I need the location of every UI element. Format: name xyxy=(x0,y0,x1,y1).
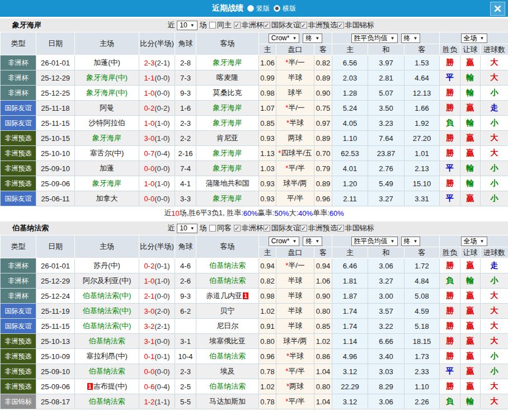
result-wdl-cell: 平 xyxy=(440,364,460,379)
odds-source-select[interactable]: Crow* ▼ xyxy=(269,237,300,246)
col-score: 比分(半场) xyxy=(139,235,175,258)
competition-checkbox[interactable] xyxy=(234,22,241,29)
mean-stage-value: 终 xyxy=(404,34,411,43)
handicap-label: 球半 xyxy=(288,88,303,97)
match-count-select[interactable]: 10 ▼ xyxy=(177,224,197,233)
competition-type-cell: 非洲预选 xyxy=(1,176,36,191)
same-venue-filter[interactable]: 同主 xyxy=(209,20,232,30)
score-cell: 1-2(1-1) xyxy=(139,394,175,409)
col-odds-away: 客 xyxy=(314,247,332,258)
radio-selected-icon[interactable] xyxy=(274,5,280,12)
result-goals-cell: 走 xyxy=(481,258,508,273)
competition-checkbox[interactable] xyxy=(300,22,307,29)
halftime-score: (0-1) xyxy=(154,352,170,361)
result-wdl-cell: 勝 xyxy=(440,176,460,191)
competition-filter[interactable]: 国际友谊 xyxy=(264,20,300,30)
fulltime-score: 0-2 xyxy=(144,104,154,112)
result-goals-cell: 大 xyxy=(481,379,508,394)
competition-checkbox[interactable] xyxy=(337,225,344,232)
scope-select[interactable]: 全场 ▼ xyxy=(461,237,487,246)
odds-home-cell: 0.85 xyxy=(259,116,276,131)
match-date-cell: 25-09-06 xyxy=(36,176,75,191)
layout-vertical-option[interactable]: 竖版 xyxy=(247,4,270,13)
away-team-cell: 伯基纳法索 xyxy=(196,273,259,289)
competition-filter[interactable]: 非洲杯 xyxy=(234,20,264,30)
match-date-cell: 25-11-18 xyxy=(36,101,75,116)
handicap-cell: 半球 xyxy=(276,70,314,86)
team-label: 象牙海岸(中) xyxy=(86,88,128,97)
competition-type-cell: 非国锦标 xyxy=(1,394,36,409)
section-header: 象牙海岸 近 10 ▼ 场 同主 非洲杯国际友谊非洲预选非国锦标 xyxy=(0,18,508,32)
fulltime-score: 2-3 xyxy=(144,59,154,67)
competition-filter[interactable]: 非洲预选 xyxy=(300,223,337,233)
handicap-label: 半球 xyxy=(288,306,303,315)
odds-stage-value: 终 xyxy=(305,237,312,246)
halftime-score: (0-0) xyxy=(154,367,170,376)
result-handicap-cell: 贏 xyxy=(460,146,481,161)
col-handicap: 盘口 xyxy=(276,44,314,55)
radio-unselected-icon[interactable] xyxy=(247,5,254,12)
competition-checkbox[interactable] xyxy=(234,225,241,232)
match-count-value: 10 xyxy=(180,224,187,232)
result-goals-cell: 小 xyxy=(481,116,508,131)
mean-stage-select[interactable]: 终 ▼ xyxy=(401,237,421,246)
match-date-cell: 25-09-10 xyxy=(36,364,75,379)
odds-home-cell: 0.94 xyxy=(259,258,276,273)
chevron-down-icon: ▼ xyxy=(292,36,297,41)
team-label: 喀麦隆 xyxy=(217,73,238,82)
odds-stage-select[interactable]: 终 ▼ xyxy=(303,237,322,246)
match-count-value: 10 xyxy=(180,21,187,29)
mean-draw-cell: 3.22 xyxy=(368,319,404,334)
same-venue-checkbox[interactable] xyxy=(209,225,216,232)
competition-filter[interactable]: 非洲杯 xyxy=(234,223,264,233)
result-goals-cell: 走 xyxy=(481,101,508,116)
competition-filter[interactable]: 非国锦标 xyxy=(337,223,374,233)
competition-checkbox[interactable] xyxy=(264,225,270,232)
odds-source-select[interactable]: Crow* ▼ xyxy=(269,34,300,43)
mean-type-select[interactable]: 胜平负均值 ▼ xyxy=(351,237,398,246)
odds-stage-select[interactable]: 终 ▼ xyxy=(303,34,322,43)
handicap-label: 半/一 xyxy=(288,261,305,270)
same-venue-checkbox[interactable] xyxy=(209,22,216,29)
result-goals-cell: 大 xyxy=(481,70,508,86)
result-goals-cell: 小 xyxy=(481,86,508,101)
handicap-cell: *四球半/五 xyxy=(276,146,314,161)
odds-away-cell: 1.06 xyxy=(314,273,332,289)
competition-filter[interactable]: 非洲预选 xyxy=(300,20,337,30)
mean-type-select[interactable]: 胜平负均值 ▼ xyxy=(351,34,398,43)
mean-home-cell: 3.12 xyxy=(332,364,368,379)
handicap-label: 平/半 xyxy=(288,397,305,405)
mean-away-cell: 5.08 xyxy=(404,289,440,304)
close-button[interactable] xyxy=(490,2,505,16)
mean-stage-select[interactable]: 终 ▼ xyxy=(401,34,421,43)
halftime-score: (0-0) xyxy=(154,164,170,173)
match-date-cell: 25-08-17 xyxy=(36,394,75,409)
competition-type-cell: 非洲杯 xyxy=(1,86,36,101)
handicap-cell: *平/半 xyxy=(276,394,314,409)
competition-filter[interactable]: 非国锦标 xyxy=(337,20,374,30)
layout-horizontal-option[interactable]: 横版 xyxy=(274,4,296,13)
team-section: 伯基纳法索 近 10 ▼ 场 同客 非洲杯国际友谊非洲预选非国锦标 xyxy=(0,221,508,409)
home-team-cell: 加蓬 xyxy=(75,161,139,176)
competition-filter[interactable]: 国际友谊 xyxy=(264,223,300,233)
handicap-cell: 平/半 xyxy=(276,191,314,206)
team-label: 伯基纳法索(中) xyxy=(83,291,131,300)
team-label: 赤道几内亚 xyxy=(206,291,242,300)
match-row: 非洲预选25-09-061吉布提(中)0-6(0-4)2-5伯基纳法索1.02*… xyxy=(1,379,508,394)
result-wdl-cell: 勝 xyxy=(440,131,460,146)
same-venue-filter[interactable]: 同客 xyxy=(209,223,232,233)
away-team-cell: 象牙海岸 xyxy=(196,101,259,116)
col-type: 类型 xyxy=(1,32,36,55)
competition-label: 非洲杯 xyxy=(242,223,264,233)
odds-home-cell: 0.98 xyxy=(259,289,276,304)
mean-away-cell: 1.73 xyxy=(404,349,440,364)
competition-checkbox[interactable] xyxy=(300,225,307,232)
handicap-cell: *半/一 xyxy=(276,55,314,70)
match-count-select[interactable]: 10 ▼ xyxy=(177,21,197,30)
close-icon xyxy=(494,5,501,12)
scope-select[interactable]: 全场 ▼ xyxy=(461,34,487,43)
team-label: 伯基纳法索(中) xyxy=(83,322,131,330)
competition-checkbox[interactable] xyxy=(264,22,270,29)
mean-draw-cell: 6.66 xyxy=(368,334,404,349)
competition-checkbox[interactable] xyxy=(337,22,344,29)
